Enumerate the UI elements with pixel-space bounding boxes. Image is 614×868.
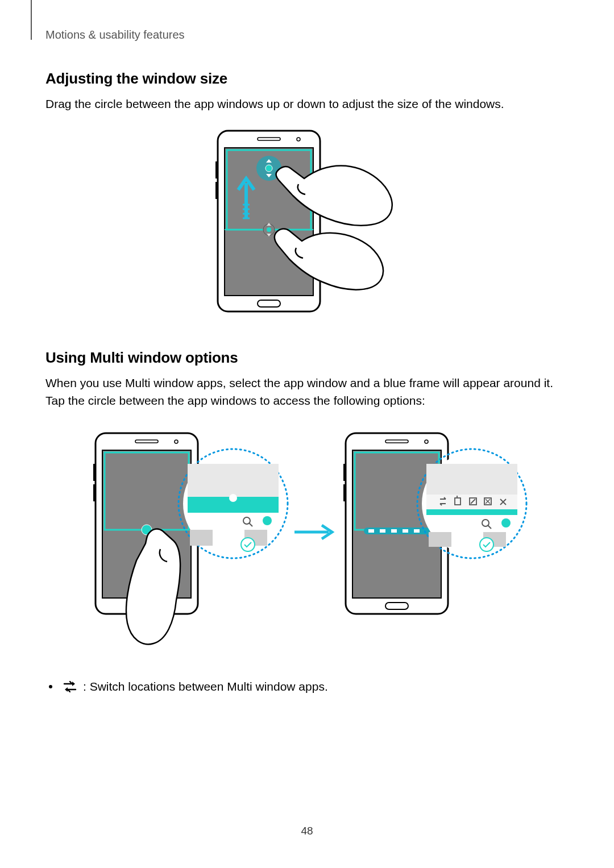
svg-point-68 [480,538,493,551]
svg-point-36 [263,516,272,525]
heading-adjust-window: Adjusting the window size [45,70,569,88]
bullet-switch-locations: : Switch locations between Multi window … [45,680,569,693]
svg-rect-52 [391,529,397,533]
page-number: 48 [0,825,614,837]
figure-resize-illustration [45,127,569,321]
svg-point-65 [501,518,511,528]
arrow-icon [294,525,332,539]
svg-rect-53 [403,529,408,533]
svg-rect-5 [215,161,218,178]
svg-marker-70 [65,687,68,692]
svg-rect-50 [368,529,374,533]
svg-rect-46 [343,464,346,481]
running-header: Motions & usability features [45,28,569,41]
bullet-dot-icon [49,685,52,688]
svg-rect-62 [426,509,517,515]
svg-rect-25 [93,464,96,481]
svg-point-39 [241,538,255,551]
body-multi-window-options: When you use Multi window apps, select t… [45,375,569,409]
svg-rect-31 [188,464,279,498]
svg-point-10 [267,227,271,232]
svg-rect-37 [190,530,213,546]
svg-marker-69 [72,682,75,686]
svg-point-33 [229,494,237,502]
swap-apps-icon [63,680,77,693]
svg-rect-26 [93,484,96,501]
page-body: Motions & usability features Adjusting t… [0,0,614,728]
svg-rect-6 [215,182,218,199]
figure-options-illustration [45,424,569,651]
svg-rect-57 [426,464,517,496]
svg-rect-66 [429,532,451,547]
header-rule [31,0,32,40]
svg-point-12 [265,165,272,172]
svg-rect-54 [414,529,420,533]
svg-rect-51 [380,529,385,533]
bullet-switch-text: : Switch locations between Multi window … [83,680,328,693]
heading-multi-window-options: Using Multi window options [45,349,569,367]
body-adjust-window: Drag the circle between the app windows … [45,95,569,113]
svg-rect-47 [343,484,346,501]
